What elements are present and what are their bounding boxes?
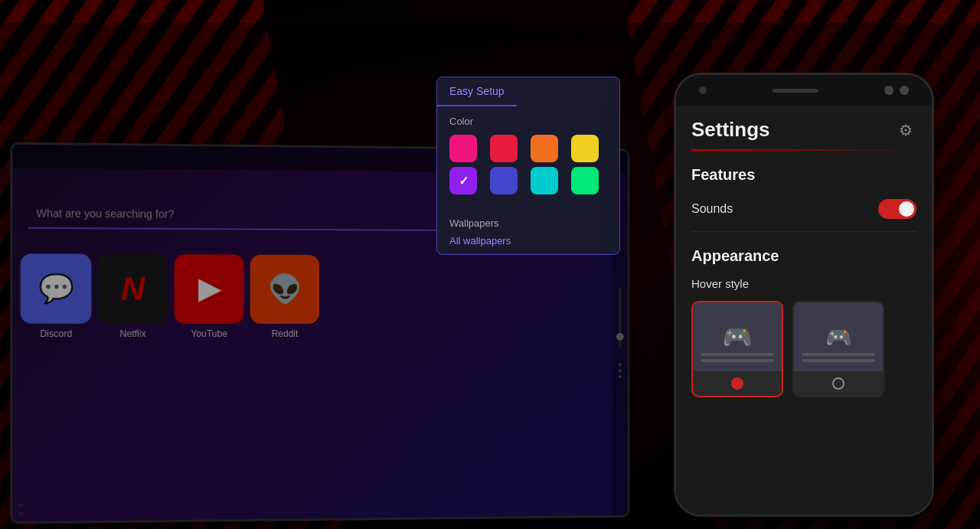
sounds-row: Sounds [691, 196, 916, 232]
list-lines [701, 353, 774, 362]
features-title: Features [691, 166, 916, 184]
list-line [701, 353, 774, 356]
phone-status-icons [884, 86, 909, 95]
hover-option-gamer-preview: 🎮 [693, 302, 782, 371]
popup-panel: Easy Setup Color Wallpapers All wallpape… [436, 77, 620, 255]
wallpapers-title: Wallpapers [437, 211, 619, 232]
phone-screen: Settings ⚙ Features Sounds Appearance Ho… [676, 106, 932, 514]
phone-notch [676, 75, 932, 106]
color-swatch-green[interactable] [571, 167, 599, 194]
status-icon-2 [900, 86, 909, 95]
radio-dot-active [731, 377, 743, 390]
controller-icon: 🎮 [722, 322, 753, 351]
speaker-icon [773, 89, 818, 93]
color-grid [449, 135, 607, 194]
hover-options: 🎮 🎮 [691, 301, 916, 397]
sounds-label: Sounds [691, 202, 733, 216]
settings-title: Settings [691, 118, 770, 142]
sounds-toggle[interactable] [878, 199, 916, 219]
color-swatch-red[interactable] [490, 135, 518, 162]
wallpapers-link[interactable]: All wallpapers [437, 232, 619, 254]
color-section: Color [437, 106, 619, 211]
appearance-title: Appearance [691, 247, 916, 265]
list-line [802, 359, 875, 362]
toggle-thumb [899, 201, 914, 217]
appearance-section: Appearance Hover style 🎮 [676, 232, 932, 397]
radio-dot-inactive [832, 377, 844, 390]
easy-setup-tab[interactable]: Easy Setup [437, 77, 517, 106]
hover-option-casual-preview: 🎮 [794, 302, 883, 371]
front-camera-icon [699, 87, 707, 94]
color-swatch-blue[interactable] [490, 167, 518, 194]
hover-option-gamer[interactable]: 🎮 [691, 301, 783, 397]
color-swatch-purple[interactable] [449, 167, 477, 194]
color-swatch-pink[interactable] [449, 135, 477, 162]
gear-icon[interactable]: ⚙ [895, 119, 916, 141]
hover-style-label: Hover style [691, 277, 916, 290]
power-button[interactable] [932, 167, 934, 205]
status-icon-1 [884, 86, 893, 95]
features-section: Features Sounds [676, 151, 932, 232]
color-section-title: Color [449, 116, 607, 127]
face-icon: 🎮 [825, 325, 852, 350]
list-line [701, 359, 774, 362]
gamer-radio[interactable] [693, 371, 782, 396]
color-swatch-orange[interactable] [531, 135, 558, 162]
settings-header: Settings ⚙ [676, 106, 932, 142]
list-lines [802, 353, 875, 362]
phone-device: Settings ⚙ Features Sounds Appearance Ho… [674, 73, 934, 517]
hover-option-casual[interactable]: 🎮 [792, 301, 884, 397]
list-line [802, 353, 875, 356]
color-swatch-yellow[interactable] [571, 135, 599, 162]
casual-radio[interactable] [794, 371, 883, 396]
color-swatch-cyan[interactable] [531, 167, 558, 194]
